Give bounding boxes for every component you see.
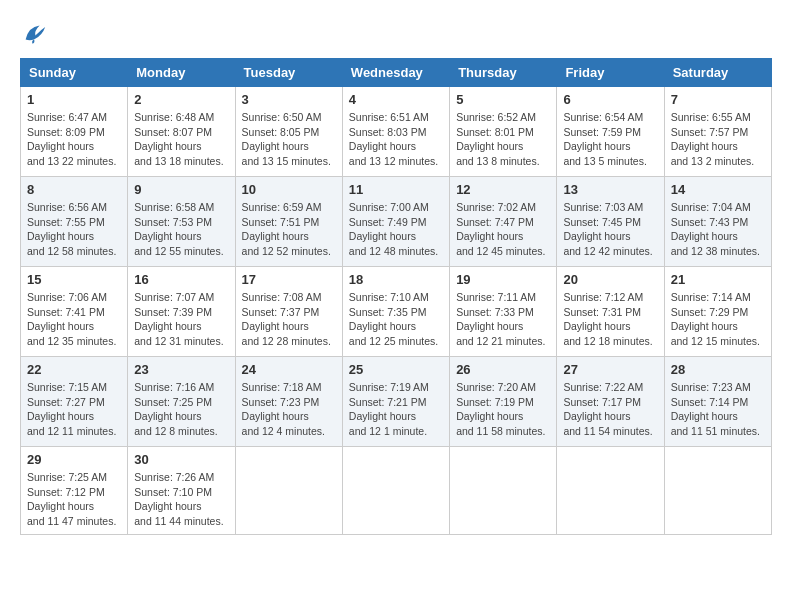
calendar-cell: 3 Sunrise: 6:50 AM Sunset: 8:05 PM Dayli…: [235, 87, 342, 177]
day-number: 23: [134, 362, 228, 377]
calendar-cell: 4 Sunrise: 6:51 AM Sunset: 8:03 PM Dayli…: [342, 87, 449, 177]
calendar-cell: 9 Sunrise: 6:58 AM Sunset: 7:53 PM Dayli…: [128, 177, 235, 267]
calendar-cell: 7 Sunrise: 6:55 AM Sunset: 7:57 PM Dayli…: [664, 87, 771, 177]
calendar-cell: 14 Sunrise: 7:04 AM Sunset: 7:43 PM Dayl…: [664, 177, 771, 267]
calendar-cell: 20 Sunrise: 7:12 AM Sunset: 7:31 PM Dayl…: [557, 267, 664, 357]
weekday-header: Thursday: [450, 59, 557, 87]
day-detail: Sunrise: 7:03 AM Sunset: 7:45 PM Dayligh…: [563, 200, 657, 259]
day-detail: Sunrise: 6:47 AM Sunset: 8:09 PM Dayligh…: [27, 110, 121, 169]
day-number: 27: [563, 362, 657, 377]
day-number: 19: [456, 272, 550, 287]
day-number: 5: [456, 92, 550, 107]
day-detail: Sunrise: 7:11 AM Sunset: 7:33 PM Dayligh…: [456, 290, 550, 349]
day-detail: Sunrise: 7:26 AM Sunset: 7:10 PM Dayligh…: [134, 470, 228, 529]
day-detail: Sunrise: 7:22 AM Sunset: 7:17 PM Dayligh…: [563, 380, 657, 439]
calendar-cell: 11 Sunrise: 7:00 AM Sunset: 7:49 PM Dayl…: [342, 177, 449, 267]
day-number: 13: [563, 182, 657, 197]
day-number: 16: [134, 272, 228, 287]
calendar-cell: [235, 447, 342, 535]
day-number: 29: [27, 452, 121, 467]
calendar-cell: 22 Sunrise: 7:15 AM Sunset: 7:27 PM Dayl…: [21, 357, 128, 447]
day-number: 15: [27, 272, 121, 287]
day-detail: Sunrise: 6:55 AM Sunset: 7:57 PM Dayligh…: [671, 110, 765, 169]
day-detail: Sunrise: 6:58 AM Sunset: 7:53 PM Dayligh…: [134, 200, 228, 259]
day-detail: Sunrise: 7:20 AM Sunset: 7:19 PM Dayligh…: [456, 380, 550, 439]
calendar-cell: 26 Sunrise: 7:20 AM Sunset: 7:19 PM Dayl…: [450, 357, 557, 447]
calendar-cell: [342, 447, 449, 535]
day-number: 22: [27, 362, 121, 377]
day-detail: Sunrise: 6:51 AM Sunset: 8:03 PM Dayligh…: [349, 110, 443, 169]
weekday-header: Friday: [557, 59, 664, 87]
calendar-week-row: 15 Sunrise: 7:06 AM Sunset: 7:41 PM Dayl…: [21, 267, 772, 357]
day-number: 24: [242, 362, 336, 377]
calendar-cell: 15 Sunrise: 7:06 AM Sunset: 7:41 PM Dayl…: [21, 267, 128, 357]
calendar-cell: 8 Sunrise: 6:56 AM Sunset: 7:55 PM Dayli…: [21, 177, 128, 267]
day-detail: Sunrise: 7:12 AM Sunset: 7:31 PM Dayligh…: [563, 290, 657, 349]
day-number: 4: [349, 92, 443, 107]
calendar-cell: 6 Sunrise: 6:54 AM Sunset: 7:59 PM Dayli…: [557, 87, 664, 177]
calendar-cell: 2 Sunrise: 6:48 AM Sunset: 8:07 PM Dayli…: [128, 87, 235, 177]
calendar-cell: 16 Sunrise: 7:07 AM Sunset: 7:39 PM Dayl…: [128, 267, 235, 357]
calendar-cell: [557, 447, 664, 535]
day-detail: Sunrise: 6:48 AM Sunset: 8:07 PM Dayligh…: [134, 110, 228, 169]
day-detail: Sunrise: 7:25 AM Sunset: 7:12 PM Dayligh…: [27, 470, 121, 529]
day-number: 28: [671, 362, 765, 377]
day-detail: Sunrise: 7:14 AM Sunset: 7:29 PM Dayligh…: [671, 290, 765, 349]
day-number: 26: [456, 362, 550, 377]
calendar-cell: 28 Sunrise: 7:23 AM Sunset: 7:14 PM Dayl…: [664, 357, 771, 447]
calendar-week-row: 22 Sunrise: 7:15 AM Sunset: 7:27 PM Dayl…: [21, 357, 772, 447]
calendar-cell: 30 Sunrise: 7:26 AM Sunset: 7:10 PM Dayl…: [128, 447, 235, 535]
day-detail: Sunrise: 6:52 AM Sunset: 8:01 PM Dayligh…: [456, 110, 550, 169]
calendar-cell: 5 Sunrise: 6:52 AM Sunset: 8:01 PM Dayli…: [450, 87, 557, 177]
calendar-week-row: 1 Sunrise: 6:47 AM Sunset: 8:09 PM Dayli…: [21, 87, 772, 177]
day-number: 12: [456, 182, 550, 197]
weekday-header: Monday: [128, 59, 235, 87]
day-number: 6: [563, 92, 657, 107]
day-number: 14: [671, 182, 765, 197]
calendar-cell: 29 Sunrise: 7:25 AM Sunset: 7:12 PM Dayl…: [21, 447, 128, 535]
calendar-cell: 21 Sunrise: 7:14 AM Sunset: 7:29 PM Dayl…: [664, 267, 771, 357]
calendar-week-row: 29 Sunrise: 7:25 AM Sunset: 7:12 PM Dayl…: [21, 447, 772, 535]
calendar-cell: 27 Sunrise: 7:22 AM Sunset: 7:17 PM Dayl…: [557, 357, 664, 447]
calendar-cell: 1 Sunrise: 6:47 AM Sunset: 8:09 PM Dayli…: [21, 87, 128, 177]
day-detail: Sunrise: 6:50 AM Sunset: 8:05 PM Dayligh…: [242, 110, 336, 169]
day-detail: Sunrise: 7:00 AM Sunset: 7:49 PM Dayligh…: [349, 200, 443, 259]
logo: [20, 20, 52, 48]
day-number: 20: [563, 272, 657, 287]
weekday-header: Saturday: [664, 59, 771, 87]
day-number: 3: [242, 92, 336, 107]
calendar-cell: 24 Sunrise: 7:18 AM Sunset: 7:23 PM Dayl…: [235, 357, 342, 447]
calendar-week-row: 8 Sunrise: 6:56 AM Sunset: 7:55 PM Dayli…: [21, 177, 772, 267]
day-detail: Sunrise: 6:56 AM Sunset: 7:55 PM Dayligh…: [27, 200, 121, 259]
day-detail: Sunrise: 7:15 AM Sunset: 7:27 PM Dayligh…: [27, 380, 121, 439]
day-number: 2: [134, 92, 228, 107]
day-number: 25: [349, 362, 443, 377]
day-number: 11: [349, 182, 443, 197]
day-detail: Sunrise: 7:04 AM Sunset: 7:43 PM Dayligh…: [671, 200, 765, 259]
day-number: 18: [349, 272, 443, 287]
calendar-cell: 25 Sunrise: 7:19 AM Sunset: 7:21 PM Dayl…: [342, 357, 449, 447]
day-detail: Sunrise: 7:08 AM Sunset: 7:37 PM Dayligh…: [242, 290, 336, 349]
calendar-cell: 10 Sunrise: 6:59 AM Sunset: 7:51 PM Dayl…: [235, 177, 342, 267]
calendar-cell: [664, 447, 771, 535]
weekday-header-row: SundayMondayTuesdayWednesdayThursdayFrid…: [21, 59, 772, 87]
day-number: 8: [27, 182, 121, 197]
weekday-header: Wednesday: [342, 59, 449, 87]
day-number: 1: [27, 92, 121, 107]
day-detail: Sunrise: 7:07 AM Sunset: 7:39 PM Dayligh…: [134, 290, 228, 349]
day-number: 21: [671, 272, 765, 287]
calendar-cell: 17 Sunrise: 7:08 AM Sunset: 7:37 PM Dayl…: [235, 267, 342, 357]
calendar-cell: 12 Sunrise: 7:02 AM Sunset: 7:47 PM Dayl…: [450, 177, 557, 267]
calendar-cell: 18 Sunrise: 7:10 AM Sunset: 7:35 PM Dayl…: [342, 267, 449, 357]
day-detail: Sunrise: 7:23 AM Sunset: 7:14 PM Dayligh…: [671, 380, 765, 439]
day-number: 9: [134, 182, 228, 197]
day-number: 17: [242, 272, 336, 287]
weekday-header: Sunday: [21, 59, 128, 87]
day-detail: Sunrise: 7:06 AM Sunset: 7:41 PM Dayligh…: [27, 290, 121, 349]
calendar-table: SundayMondayTuesdayWednesdayThursdayFrid…: [20, 58, 772, 535]
day-number: 10: [242, 182, 336, 197]
day-detail: Sunrise: 7:10 AM Sunset: 7:35 PM Dayligh…: [349, 290, 443, 349]
day-number: 30: [134, 452, 228, 467]
day-detail: Sunrise: 6:54 AM Sunset: 7:59 PM Dayligh…: [563, 110, 657, 169]
weekday-header: Tuesday: [235, 59, 342, 87]
